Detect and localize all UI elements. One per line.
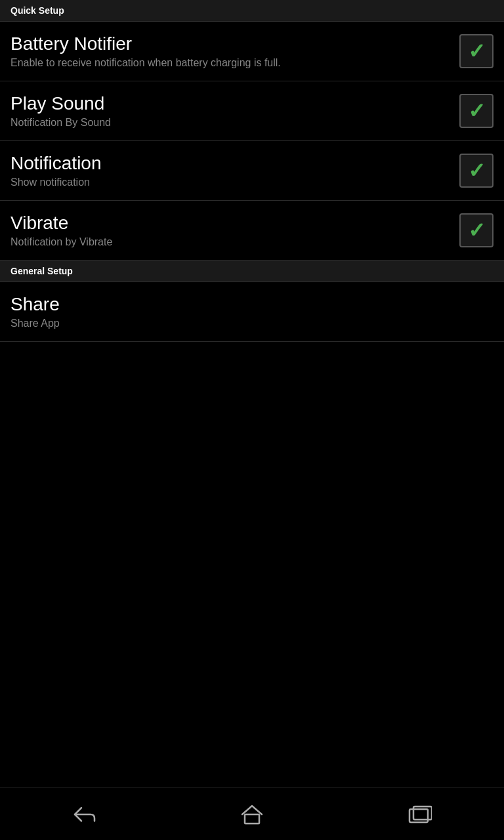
home-button[interactable] [232, 795, 272, 834]
quick-setup-header: Quick Setup [0, 0, 504, 22]
battery-notifier-title: Battery Notifier [10, 33, 459, 54]
play-sound-subtitle: Notification By Sound [10, 117, 459, 129]
general-setup-header: General Setup [0, 261, 504, 282]
notification-text: Notification Show notification [10, 153, 459, 188]
notification-item[interactable]: Notification Show notification ✓ [0, 141, 504, 201]
recents-button[interactable] [400, 795, 440, 834]
vibrate-checkbox[interactable]: ✓ [459, 213, 494, 247]
svg-rect-0 [245, 814, 259, 824]
notification-checkbox[interactable]: ✓ [459, 154, 494, 188]
vibrate-subtitle: Notification by Vibrate [10, 236, 459, 248]
battery-notifier-checkbox[interactable]: ✓ [459, 34, 494, 68]
notification-check-icon: ✓ [468, 160, 486, 181]
back-button[interactable] [64, 795, 104, 834]
share-item[interactable]: Share Share App [0, 282, 504, 342]
battery-notifier-check-icon: ✓ [468, 41, 486, 62]
play-sound-check-icon: ✓ [468, 100, 486, 121]
vibrate-item[interactable]: Vibrate Notification by Vibrate ✓ [0, 201, 504, 261]
play-sound-item[interactable]: Play Sound Notification By Sound ✓ [0, 81, 504, 141]
share-title: Share [10, 294, 494, 315]
battery-notifier-item[interactable]: Battery Notifier Enable to receive notif… [0, 22, 504, 81]
share-subtitle: Share App [10, 318, 494, 329]
share-text: Share Share App [10, 294, 494, 329]
notification-title: Notification [10, 153, 459, 174]
navigation-bar [0, 788, 504, 840]
play-sound-text: Play Sound Notification By Sound [10, 93, 459, 129]
vibrate-title: Vibrate [10, 213, 459, 234]
battery-notifier-subtitle: Enable to receive notification when batt… [10, 57, 459, 69]
vibrate-check-icon: ✓ [468, 220, 486, 241]
battery-notifier-text: Battery Notifier Enable to receive notif… [10, 33, 459, 69]
play-sound-checkbox[interactable]: ✓ [459, 94, 494, 128]
notification-subtitle: Show notification [10, 177, 459, 188]
play-sound-title: Play Sound [10, 93, 459, 114]
vibrate-text: Vibrate Notification by Vibrate [10, 213, 459, 248]
